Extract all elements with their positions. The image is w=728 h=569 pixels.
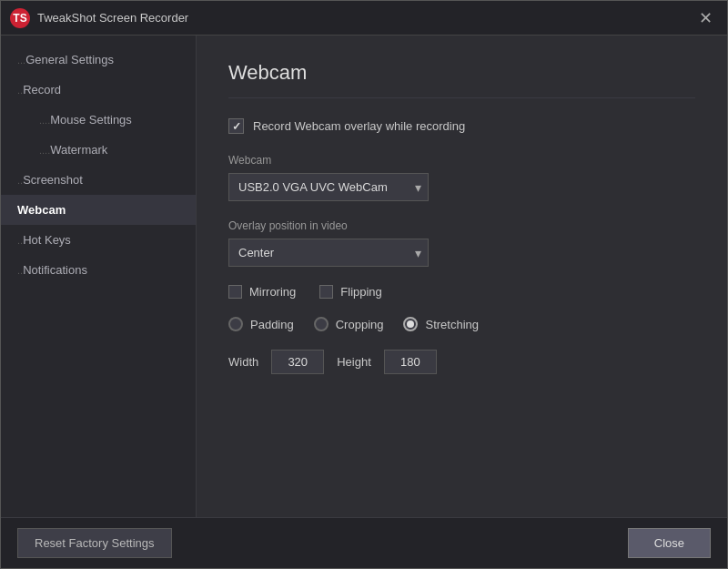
main-content: ...General Settings ..Record ....Mouse S… <box>1 36 727 517</box>
overlay-field-label: Overlay position in video <box>228 219 695 232</box>
page-title: Webcam <box>228 61 695 98</box>
mirror-flip-row: Mirroring Flipping <box>228 285 695 299</box>
overlay-select-wrapper: Top-Left Top-Right Center Bottom-Left Bo… <box>228 239 429 267</box>
sidebar-item-mouse-settings[interactable]: ....Mouse Settings <box>1 105 196 135</box>
width-input[interactable] <box>271 350 324 374</box>
overlay-select[interactable]: Top-Left Top-Right Center Bottom-Left Bo… <box>228 239 429 267</box>
sidebar-item-webcam[interactable]: Webcam <box>1 195 196 225</box>
close-window-button[interactable]: ✕ <box>693 8 718 28</box>
sidebar-item-hot-keys[interactable]: ..Hot Keys <box>1 225 196 255</box>
height-input[interactable] <box>384 350 437 374</box>
padding-option[interactable]: Padding <box>228 317 294 331</box>
webcam-select[interactable]: USB2.0 VGA UVC WebCam <box>228 173 429 201</box>
sidebar-item-general-settings[interactable]: ...General Settings <box>1 45 196 75</box>
mirroring-label: Mirroring <box>249 285 296 299</box>
cropping-option[interactable]: Cropping <box>314 317 384 331</box>
sidebar: ...General Settings ..Record ....Mouse S… <box>1 36 197 517</box>
record-webcam-label: Record Webcam overlay while recording <box>253 119 465 133</box>
height-label: Height <box>337 355 371 369</box>
cropping-label: Cropping <box>336 318 384 331</box>
content-panel: Webcam Record Webcam overlay while recor… <box>197 36 727 517</box>
padding-radio[interactable] <box>228 317 243 331</box>
sidebar-item-screenshot[interactable]: ..Screenshot <box>1 165 196 195</box>
mirroring-option[interactable]: Mirroring <box>228 285 296 299</box>
record-webcam-row: Record Webcam overlay while recording <box>228 118 695 134</box>
stretching-radio[interactable] <box>403 317 418 331</box>
window-title: TweakShot Screen Recorder <box>37 11 693 25</box>
cropping-radio[interactable] <box>314 317 329 331</box>
sidebar-item-record[interactable]: ..Record <box>1 75 196 105</box>
flipping-option[interactable]: Flipping <box>319 285 382 299</box>
footer: Reset Factory Settings Close <box>1 517 727 568</box>
webcam-select-wrapper: USB2.0 VGA UVC WebCam <box>228 173 429 201</box>
close-button[interactable]: Close <box>628 528 711 558</box>
stretching-option[interactable]: Stretching <box>403 317 479 331</box>
record-webcam-checkbox[interactable] <box>228 118 244 134</box>
webcam-field-group: Webcam USB2.0 VGA UVC WebCam <box>228 154 695 201</box>
title-bar: TS TweakShot Screen Recorder ✕ <box>1 1 727 36</box>
sidebar-item-watermark[interactable]: ....Watermark <box>1 135 196 165</box>
stretching-label: Stretching <box>425 318 479 331</box>
app-window: TS TweakShot Screen Recorder ✕ ...Genera… <box>0 0 728 569</box>
fit-mode-row: Padding Cropping Stretching <box>228 317 695 331</box>
app-icon: TS <box>10 8 30 28</box>
overlay-field-group: Overlay position in video Top-Left Top-R… <box>228 219 695 267</box>
mirroring-checkbox[interactable] <box>228 285 242 299</box>
flipping-label: Flipping <box>340 285 382 299</box>
webcam-field-label: Webcam <box>228 154 695 167</box>
dimensions-row: Width Height <box>228 350 695 374</box>
sidebar-item-notifications[interactable]: ..Notifications <box>1 255 196 285</box>
reset-factory-settings-button[interactable]: Reset Factory Settings <box>17 528 172 558</box>
width-label: Width <box>228 355 258 369</box>
app-icon-label: TS <box>13 12 26 25</box>
flipping-checkbox[interactable] <box>319 285 333 299</box>
padding-label: Padding <box>250 318 294 331</box>
